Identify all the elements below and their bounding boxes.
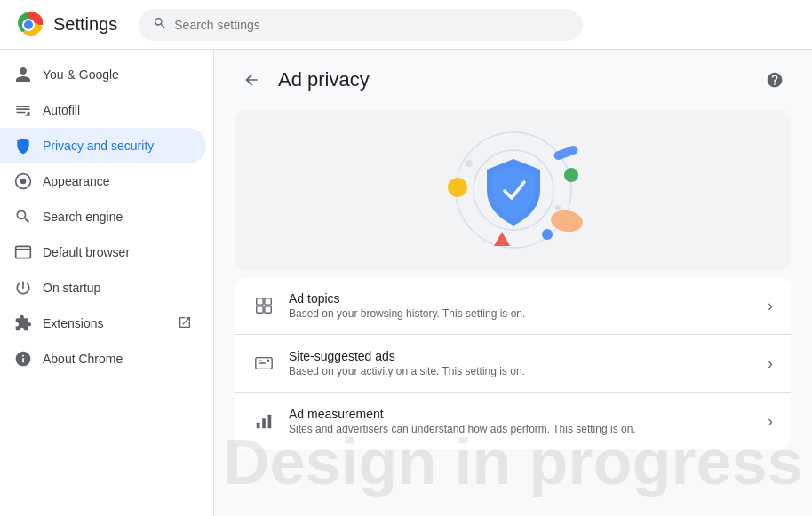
header: Settings (0, 0, 812, 50)
sidebar-label-on-startup: On startup (43, 281, 192, 295)
appearance-icon (14, 172, 32, 190)
sidebar-label-autofill: Autofill (43, 103, 192, 117)
sidebar-item-default-browser[interactable]: Default browser (0, 234, 206, 270)
sidebar-label-privacy: Privacy and security (43, 139, 192, 153)
sidebar-label-appearance: Appearance (43, 174, 192, 188)
ad-measurement-icon (253, 410, 275, 432)
hero-illustration (416, 123, 611, 257)
autofill-icon (14, 101, 32, 119)
search-bar (139, 9, 583, 41)
page-header-left: Ad privacy (235, 64, 370, 96)
svg-rect-18 (257, 298, 263, 305)
power-icon (14, 279, 32, 297)
site-suggested-ads-row[interactable]: Site-suggested ads Based on your activit… (235, 335, 791, 393)
body: You & Google Autofill Privacy and securi… (0, 50, 812, 516)
sidebar-label-default-browser: Default browser (43, 245, 192, 259)
svg-point-12 (448, 178, 467, 197)
sidebar-item-search-engine[interactable]: Search engine (0, 199, 206, 234)
chevron-right-icon: › (768, 297, 773, 315)
hero-section (235, 110, 791, 270)
site-suggested-ads-title: Site-suggested ads (289, 349, 753, 363)
site-ads-icon (253, 353, 275, 374)
main-content: Ad privacy (214, 50, 812, 516)
search-input[interactable] (174, 18, 569, 32)
svg-rect-10 (553, 145, 579, 162)
sidebar-item-extensions[interactable]: Extensions (0, 306, 206, 341)
ad-measurement-text: Ad measurement Sites and advertisers can… (289, 407, 753, 435)
sidebar-label-about-chrome: About Chrome (43, 352, 192, 366)
ad-measurement-title: Ad measurement (289, 407, 753, 421)
shield-icon (14, 137, 32, 155)
back-button[interactable] (235, 64, 267, 96)
app-title: Settings (53, 14, 117, 35)
svg-rect-21 (265, 306, 271, 313)
external-link-icon (178, 315, 192, 332)
ad-measurement-row[interactable]: Ad measurement Sites and advertisers can… (235, 393, 791, 449)
svg-marker-14 (494, 232, 510, 246)
chevron-right-icon: › (768, 412, 773, 431)
site-suggested-ads-text: Site-suggested ads Based on your activit… (289, 349, 753, 377)
svg-rect-20 (257, 306, 263, 313)
sidebar-label-search-engine: Search engine (43, 210, 192, 224)
content-area: Ad privacy (214, 50, 812, 467)
chrome-logo (14, 11, 43, 39)
ad-topics-desc: Based on your browsing history. This set… (289, 307, 753, 320)
info-icon (14, 350, 32, 368)
browser-icon (14, 243, 32, 261)
svg-rect-27 (262, 418, 266, 428)
ad-topics-row[interactable]: Ad topics Based on your browsing history… (235, 277, 791, 335)
sidebar-item-you-google[interactable]: You & Google (0, 57, 206, 92)
svg-rect-26 (257, 423, 260, 428)
sidebar-item-about-chrome[interactable]: About Chrome (0, 341, 206, 377)
sidebar: You & Google Autofill Privacy and securi… (0, 50, 213, 516)
sidebar-item-appearance[interactable]: Appearance (0, 163, 206, 199)
svg-point-15 (542, 229, 553, 240)
svg-rect-6 (16, 246, 31, 258)
search-engine-icon (14, 208, 32, 226)
sidebar-item-privacy-security[interactable]: Privacy and security (0, 128, 206, 163)
ad-topics-icon (253, 295, 275, 316)
settings-card: Ad topics Based on your browsing history… (235, 277, 791, 449)
sidebar-label-you-google: You & Google (43, 67, 192, 82)
ad-measurement-desc: Sites and advertisers can understand how… (289, 423, 753, 435)
extensions-icon (14, 314, 32, 332)
site-suggested-ads-desc: Based on your activity on a site. This s… (289, 365, 753, 377)
svg-point-25 (267, 359, 270, 362)
ad-topics-title: Ad topics (289, 291, 753, 306)
sidebar-item-autofill[interactable]: Autofill (0, 92, 206, 128)
sidebar-item-on-startup[interactable]: On startup (0, 270, 206, 306)
person-icon (14, 66, 32, 83)
search-icon (153, 16, 167, 34)
page-title: Ad privacy (278, 68, 370, 91)
page-header: Ad privacy (235, 64, 791, 96)
svg-point-16 (466, 160, 473, 167)
svg-point-3 (24, 20, 33, 29)
chevron-right-icon: › (768, 354, 773, 373)
svg-point-17 (555, 205, 561, 210)
svg-rect-28 (268, 415, 272, 429)
sidebar-label-extensions: Extensions (43, 316, 167, 330)
svg-point-5 (20, 179, 27, 185)
help-button[interactable] (759, 64, 791, 96)
ad-topics-text: Ad topics Based on your browsing history… (289, 291, 753, 320)
svg-rect-19 (265, 298, 271, 305)
svg-point-11 (564, 168, 578, 182)
